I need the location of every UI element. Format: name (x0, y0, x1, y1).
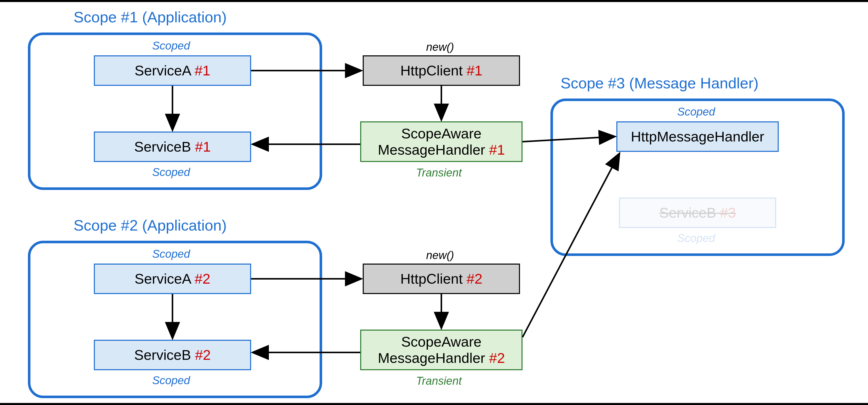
scope2-serviceA-lifetime: Scoped (152, 248, 190, 260)
httpclient2-box: HttpClient #2 (363, 264, 520, 294)
scope1-serviceB-lifetime: Scoped (152, 167, 190, 178)
scope1-title: Scope #1 (Application) (73, 10, 227, 25)
serviceB3-box: ServiceB #3 (619, 198, 776, 228)
serviceB2-box: ServiceB #2 (94, 340, 251, 370)
serviceA2-box: ServiceA #2 (94, 264, 251, 294)
handler2-lifetime: Transient (416, 375, 462, 386)
httpclient1-box: HttpClient #1 (363, 55, 520, 86)
serviceB3-lifetime: Scoped (677, 233, 715, 244)
httpmsgh-lifetime: Scoped (677, 106, 715, 117)
serviceB1-box: ServiceB #1 (94, 132, 251, 162)
httpclient1-lifetime: new() (426, 41, 454, 53)
handler1-lifetime: Transient (416, 167, 462, 178)
scope2-serviceB-lifetime: Scoped (152, 375, 190, 386)
httpmessagehandler-box: HttpMessageHandler (616, 121, 779, 152)
scopeaware-handler1-box: ScopeAware MessageHandler #1 (360, 121, 523, 162)
serviceA1-box: ServiceA #1 (94, 55, 251, 86)
scope2-title: Scope #2 (Application) (73, 218, 227, 233)
diagram-canvas: Scope #1 (Application) Scoped ServiceA #… (0, 0, 868, 405)
httpclient2-lifetime: new() (426, 250, 454, 261)
scope1-serviceA-lifetime: Scoped (152, 40, 190, 51)
scope3-title: Scope #3 (Message Handler) (561, 76, 758, 91)
scopeaware-handler2-box: ScopeAware MessageHandler #2 (360, 329, 523, 370)
